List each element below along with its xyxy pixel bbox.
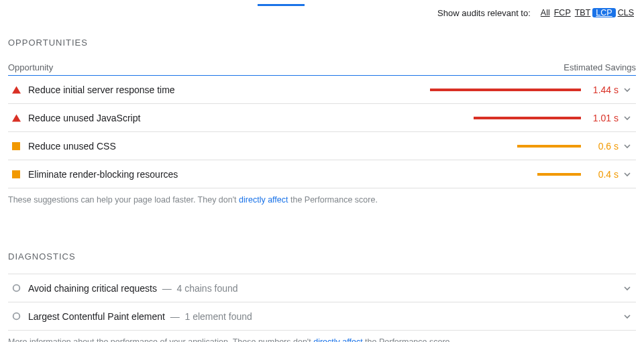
- diagnostics-footnote: More information about the performance o…: [8, 337, 636, 342]
- diagnostics-footnote-text: More information about the performance o…: [8, 337, 313, 342]
- opportunities-heading: OPPORTUNITIES: [8, 38, 636, 48]
- opportunities-footnote-link[interactable]: directly affect: [239, 195, 288, 205]
- svg-point-4: [13, 285, 20, 292]
- filter-all[interactable]: All: [539, 8, 552, 17]
- savings-bar: [430, 89, 581, 91]
- opportunity-row[interactable]: Eliminate render-blocking resources0.4 s: [8, 160, 636, 188]
- savings-value: 0.6 s: [581, 141, 619, 152]
- square-icon: [8, 142, 28, 150]
- audit-filter-label: Show audits relevant to:: [437, 8, 531, 18]
- chevron-down-icon: [619, 170, 636, 178]
- savings-bar-wrap: [283, 117, 581, 119]
- diagnostic-sub: 1 element found: [184, 311, 252, 322]
- savings-bar-wrap: [283, 89, 581, 91]
- savings-bar-wrap: [283, 173, 581, 176]
- chevron-down-icon: [619, 284, 636, 292]
- diagnostics-footnote-text-after: the Performance score.: [363, 337, 452, 342]
- active-tab-indicator: [258, 4, 305, 6]
- savings-bar: [474, 117, 581, 119]
- savings-value: 1.44 s: [581, 84, 619, 95]
- svg-rect-3: [12, 170, 20, 178]
- diagnostic-title: Avoid chaining critical requests — 4 cha…: [28, 283, 283, 294]
- diagnostic-row[interactable]: Largest Contentful Paint element — 1 ele…: [8, 302, 636, 331]
- filter-tbt[interactable]: TBT: [573, 8, 593, 17]
- col-estimated-savings: Estimated Savings: [564, 62, 636, 72]
- opportunity-row[interactable]: Reduce unused CSS0.6 s: [8, 132, 636, 160]
- opportunity-title: Reduce unused JavaScript: [28, 113, 283, 123]
- opportunity-title: Reduce unused CSS: [28, 141, 283, 152]
- savings-value: 0.4 s: [581, 169, 619, 180]
- triangle-icon: [8, 86, 28, 94]
- circle-icon: [8, 284, 28, 292]
- circle-icon: [8, 312, 28, 321]
- square-icon: [8, 170, 28, 178]
- opportunities-footnote: These suggestions can help your page loa…: [8, 195, 636, 205]
- chevron-down-icon: [619, 86, 636, 94]
- savings-bar: [537, 173, 581, 176]
- col-opportunity: Opportunity: [8, 62, 53, 72]
- opportunities-columns: Opportunity Estimated Savings: [8, 62, 636, 76]
- opportunities-footnote-text-after: the Performance score.: [288, 195, 377, 205]
- opportunity-row[interactable]: Reduce initial server response time1.44 …: [8, 76, 636, 104]
- audit-filter-bar: Show audits relevant to: AllFCPTBTLCPCLS: [8, 4, 636, 21]
- svg-marker-1: [12, 114, 21, 121]
- filter-cls[interactable]: CLS: [616, 8, 636, 17]
- chevron-down-icon: [619, 114, 636, 122]
- diagnostic-title: Largest Contentful Paint element — 1 ele…: [28, 311, 283, 322]
- diagnostics-heading: DIAGNOSTICS: [8, 251, 636, 262]
- opportunity-title: Reduce initial server response time: [28, 84, 283, 95]
- svg-marker-0: [12, 86, 21, 93]
- chevron-down-icon: [619, 142, 636, 150]
- diagnostic-row[interactable]: Avoid chaining critical requests — 4 cha…: [8, 274, 636, 302]
- opportunity-title: Eliminate render-blocking resources: [28, 169, 283, 180]
- savings-bar: [517, 145, 581, 148]
- filter-lcp[interactable]: LCP: [592, 8, 615, 17]
- diagnostics-footnote-link[interactable]: directly affect: [313, 337, 362, 342]
- diagnostic-sub: 4 chains found: [177, 283, 238, 294]
- savings-bar-wrap: [283, 145, 581, 148]
- svg-point-5: [13, 313, 20, 320]
- opportunity-row[interactable]: Reduce unused JavaScript1.01 s: [8, 104, 636, 132]
- filter-fcp[interactable]: FCP: [552, 8, 573, 17]
- chevron-down-icon: [619, 312, 636, 321]
- triangle-icon: [8, 114, 28, 122]
- svg-rect-2: [12, 142, 20, 150]
- savings-value: 1.01 s: [581, 113, 619, 123]
- opportunities-footnote-text: These suggestions can help your page loa…: [8, 195, 239, 205]
